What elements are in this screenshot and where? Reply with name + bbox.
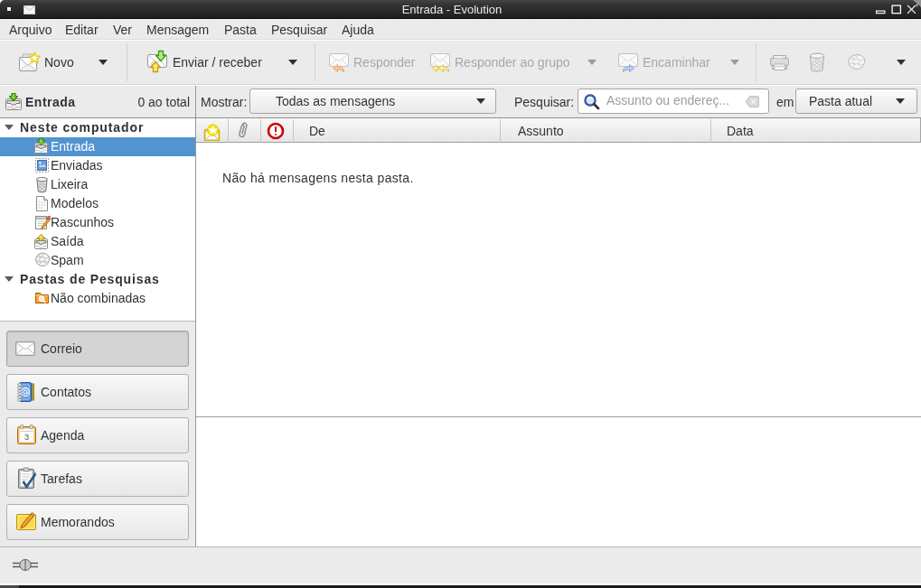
svg-text:3: 3 (24, 433, 29, 442)
